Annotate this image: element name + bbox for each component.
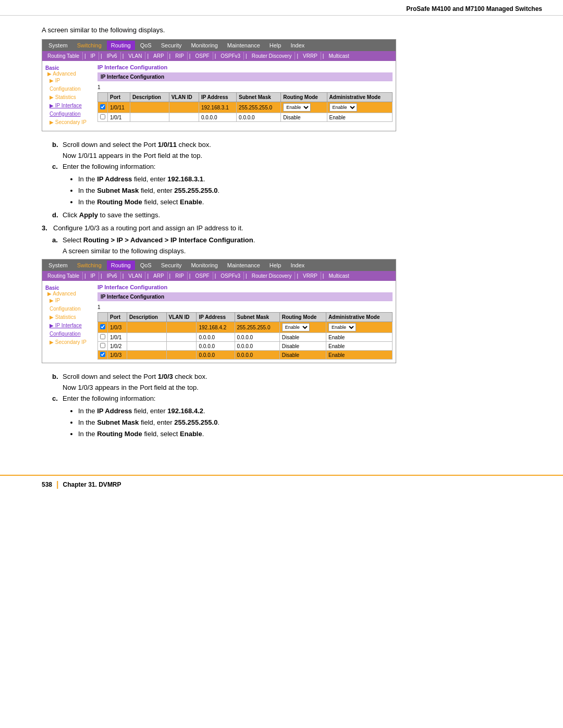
nav-qos-1[interactable]: QoS <box>136 41 156 50</box>
td-admin-r1[interactable]: Enable <box>326 322 393 333</box>
td-routing-1[interactable]: Enable <box>281 102 327 113</box>
td-desc-r1 <box>127 322 166 333</box>
th-ip-1: IP Address <box>199 93 236 102</box>
subnav-rip-2[interactable]: RIP <box>172 272 188 280</box>
subnav-routing-table-2[interactable]: Routing Table <box>44 272 83 280</box>
sidebar-ip-interface-2[interactable]: ▶ IP InterfaceConfiguration <box>50 322 91 338</box>
subnav-ospf-1[interactable]: OSPF <box>192 52 213 60</box>
subnav-ip-1[interactable]: IP <box>88 52 99 60</box>
sidebar-statistics-2[interactable]: ▶ Statistics <box>50 313 91 322</box>
td-check-r4[interactable] <box>98 351 108 360</box>
sidebar-secondary-ip-1[interactable]: ▶ Secondary IP <box>50 118 91 127</box>
ui-body-2: Basic ▶ Advanced ▶ IP Configuration ▶ St… <box>42 281 396 363</box>
nav-maintenance-2[interactable]: Maintenance <box>223 261 264 270</box>
subnav-router-discovery-2[interactable]: Router Discovery <box>249 272 296 280</box>
td-admin-1[interactable]: Enable <box>327 102 392 113</box>
subnav-rip-1[interactable]: RIP <box>172 52 188 60</box>
table-row: 1/0/11 192.168.3.1 255.255.255.0 Enable … <box>98 102 393 113</box>
sidebar-basic-2[interactable]: Basic <box>45 285 91 291</box>
table-row: 1/0/3 0.0.0.0 0.0.0.0 Disable Enable <box>98 351 393 360</box>
subnav-ospf-2[interactable]: OSPF <box>192 272 213 280</box>
subnav-ip-2[interactable]: IP <box>88 272 99 280</box>
nav-security-2[interactable]: Security <box>157 261 186 270</box>
th-admin-1: Administrative Mode <box>327 93 392 102</box>
td-desc-1 <box>130 102 169 113</box>
nav-system-2[interactable]: System <box>44 261 72 270</box>
th-admin-t2: Administrative Mode <box>326 313 393 322</box>
nav-index-1[interactable]: Index <box>286 41 309 50</box>
td-routing-r1[interactable]: Enable <box>279 322 326 333</box>
sidebar-statistics-1[interactable]: ▶ Statistics <box>50 93 91 102</box>
nav-maintenance-1[interactable]: Maintenance <box>223 41 264 50</box>
nav-qos-2[interactable]: QoS <box>136 261 156 270</box>
sidebar-ip-config-1[interactable]: ▶ IP Configuration <box>50 77 91 93</box>
th-ip-t2: IP Address <box>197 313 235 322</box>
nav-help-1[interactable]: Help <box>265 41 286 50</box>
td-admin-r3: Enable <box>326 342 393 351</box>
nav-bar-2: System Switching Routing QoS Security Mo… <box>42 260 396 271</box>
td-check-r1[interactable] <box>98 322 108 333</box>
sidebar-secondary-ip-2[interactable]: ▶ Secondary IP <box>50 338 91 347</box>
td-desc-r3 <box>127 342 166 351</box>
list-item: In the IP Address field, enter 192.168.3… <box>78 174 521 185</box>
subnav-ipv6-2[interactable]: IPv6 <box>104 272 121 280</box>
bullet-list-2: In the IP Address field, enter 192.168.4… <box>78 405 521 440</box>
nav-switching-1[interactable]: Switching <box>73 41 106 50</box>
nav-switching-2[interactable]: Switching <box>73 261 106 270</box>
sidebar-advanced-1[interactable]: ▶ Advanced <box>47 71 91 77</box>
subnav-ospfv3-1[interactable]: OSPFv3 <box>217 52 244 60</box>
th-vlan-t2: VLAN ID <box>166 313 197 322</box>
nav-routing-1[interactable]: Routing <box>107 41 135 50</box>
td-check-1[interactable] <box>98 102 108 113</box>
sidebar-2: Basic ▶ Advanced ▶ IP Configuration ▶ St… <box>42 281 94 363</box>
td-port-r4: 1/0/3 <box>108 351 127 360</box>
th-port-t2: Port <box>108 313 127 322</box>
sidebar-ip-interface-1[interactable]: ▶ IP InterfaceConfiguration <box>50 102 91 118</box>
sidebar-advanced-2[interactable]: ▶ Advanced <box>47 291 91 297</box>
footer-page: 538 <box>42 481 52 488</box>
nav-security-1[interactable]: Security <box>157 41 186 50</box>
td-ip-2: 0.0.0.0 <box>199 113 236 122</box>
sidebar-1: Basic ▶ Advanced ▶ IP Configuration ▶ St… <box>42 61 94 131</box>
subnav-arp-2[interactable]: ARP <box>150 272 168 280</box>
footer-chapter: Chapter 31. DVMRP <box>63 481 121 488</box>
interface-table-1: Port Description VLAN ID IP Address Subn… <box>97 92 393 122</box>
td-routing-r3: Disable <box>279 342 326 351</box>
interface-table-2: Port Description VLAN ID IP Address Subn… <box>97 312 393 360</box>
th-mask-1: Subnet Mask <box>237 93 281 102</box>
sidebar-basic-1[interactable]: Basic <box>45 65 91 71</box>
subnav-router-discovery-1[interactable]: Router Discovery <box>249 52 296 60</box>
td-vlan-1 <box>169 102 199 113</box>
td-port-r1: 1/0/3 <box>108 322 127 333</box>
sidebar-ip-config-2[interactable]: ▶ IP Configuration <box>50 297 91 313</box>
subnav-vlan-2[interactable]: VLAN <box>125 272 145 280</box>
table-row: 1/0/1 0.0.0.0 0.0.0.0 Disable Enable <box>98 333 393 342</box>
nav-routing-2[interactable]: Routing <box>107 261 135 270</box>
subnav-multicast-2[interactable]: Multicast <box>325 272 352 280</box>
nav-monitoring-2[interactable]: Monitoring <box>187 261 222 270</box>
th-routing-1: Routing Mode <box>281 93 327 102</box>
subnav-multicast-1[interactable]: Multicast <box>325 52 352 60</box>
nav-index-2[interactable]: Index <box>286 261 309 270</box>
td-admin-2: Enable <box>327 113 392 122</box>
td-check-2[interactable] <box>98 113 108 122</box>
subnav-vrrp-2[interactable]: VRRP <box>300 272 321 280</box>
subnav-arp-1[interactable]: ARP <box>150 52 168 60</box>
subnav-ipv6-1[interactable]: IPv6 <box>104 52 121 60</box>
nav-system-1[interactable]: System <box>44 41 72 50</box>
subnav-ospfv3-2[interactable]: OSPFv3 <box>217 272 244 280</box>
step-c1: c. Enter the following information: <box>52 163 521 170</box>
footer-separator: | <box>56 480 58 489</box>
subnav-vlan-1[interactable]: VLAN <box>125 52 145 60</box>
subnav-vrrp-1[interactable]: VRRP <box>300 52 321 60</box>
td-check-r2[interactable] <box>98 333 108 342</box>
nav-help-2[interactable]: Help <box>265 261 286 270</box>
step-b2-sub: Now 1/0/3 appears in the Port field at t… <box>63 384 521 391</box>
td-mask-r4: 0.0.0.0 <box>235 351 279 360</box>
td-desc-2 <box>130 113 169 122</box>
td-vlan-r3 <box>166 342 197 351</box>
nav-monitoring-1[interactable]: Monitoring <box>187 41 222 50</box>
subnav-routing-table-1[interactable]: Routing Table <box>44 52 83 60</box>
step-3a: a. Select Routing > IP > Advanced > IP I… <box>52 236 521 244</box>
td-check-r3[interactable] <box>98 342 108 351</box>
